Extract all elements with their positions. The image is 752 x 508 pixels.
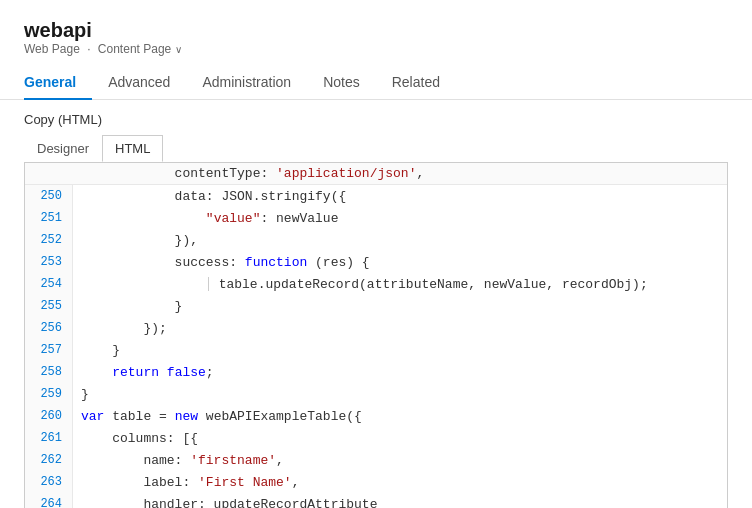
- line-content: success: function (res) {: [73, 251, 370, 273]
- table-row: 250 data: JSON.stringify({: [25, 185, 727, 207]
- line-content: });: [73, 317, 167, 339]
- line-content: }),: [73, 229, 198, 251]
- tab-notes[interactable]: Notes: [307, 66, 376, 100]
- breadcrumb-part1: Web Page: [24, 42, 80, 56]
- breadcrumb: Web Page · Content Page ∨: [24, 42, 728, 56]
- line-number: 264: [25, 493, 73, 508]
- line-content: var table = new webAPIExampleTable({: [73, 405, 362, 427]
- line-number: 261: [25, 427, 73, 449]
- line-number: 257: [25, 339, 73, 361]
- table-row: 251 "value": newValue: [25, 207, 727, 229]
- breadcrumb-part2: Content Page: [98, 42, 171, 56]
- table-row: 257 }: [25, 339, 727, 361]
- tab-related[interactable]: Related: [376, 66, 456, 100]
- table-row: 260 var table = new webAPIExampleTable({: [25, 405, 727, 427]
- table-row: 252 }),: [25, 229, 727, 251]
- navigation-tabs: General Advanced Administration Notes Re…: [24, 66, 728, 99]
- line-content: "value": newValue: [73, 207, 338, 229]
- line-content: handler: updateRecordAttribute: [73, 493, 377, 508]
- section-label: Copy (HTML): [24, 112, 728, 127]
- table-row: 256 });: [25, 317, 727, 339]
- line-number: 250: [25, 185, 73, 207]
- line-content: data: JSON.stringify({: [73, 185, 346, 207]
- breadcrumb-separator: ·: [87, 42, 90, 56]
- line-number: 255: [25, 295, 73, 317]
- page-header: webapi Web Page · Content Page ∨ General…: [0, 0, 752, 100]
- tab-general[interactable]: General: [24, 66, 92, 100]
- line-number: 259: [25, 383, 73, 405]
- line-content: }: [73, 295, 182, 317]
- table-row: 255 }: [25, 295, 727, 317]
- line-number: 254: [25, 273, 73, 295]
- line-number: 263: [25, 471, 73, 493]
- table-row: 264 handler: updateRecordAttribute: [25, 493, 727, 508]
- code-line-truncated: contentType: 'application/json',: [25, 163, 727, 185]
- table-row: 253 success: function (res) {: [25, 251, 727, 273]
- table-row: 259 }: [25, 383, 727, 405]
- tab-advanced[interactable]: Advanced: [92, 66, 186, 100]
- line-content-truncated: contentType: 'application/json',: [73, 166, 424, 181]
- table-row: 254 table.updateRecord(attributeName, ne…: [25, 273, 727, 295]
- line-number: 260: [25, 405, 73, 427]
- breadcrumb-dropdown-icon[interactable]: ∨: [175, 44, 182, 55]
- line-number: 262: [25, 449, 73, 471]
- table-row: 261 columns: [{: [25, 427, 727, 449]
- code-editor[interactable]: contentType: 'application/json', 250 dat…: [24, 163, 728, 508]
- editor-tab-designer[interactable]: Designer: [24, 135, 102, 162]
- editor-tabs: Designer HTML: [24, 135, 728, 163]
- line-content: }: [73, 383, 89, 405]
- content-area: Copy (HTML) Designer HTML contentType: '…: [0, 100, 752, 508]
- line-number: 252: [25, 229, 73, 251]
- editor-tab-html[interactable]: HTML: [102, 135, 163, 162]
- table-row: 263 label: 'First Name',: [25, 471, 727, 493]
- line-content: }: [73, 339, 120, 361]
- line-content: return false;: [73, 361, 214, 383]
- page-title: webapi: [24, 18, 728, 42]
- table-row: 258 return false;: [25, 361, 727, 383]
- line-content: columns: [{: [73, 427, 198, 449]
- line-content: name: 'firstname',: [73, 449, 284, 471]
- line-content: table.updateRecord(attributeName, newVal…: [73, 273, 648, 295]
- line-number: 256: [25, 317, 73, 339]
- line-number: 253: [25, 251, 73, 273]
- line-number: 258: [25, 361, 73, 383]
- line-content: label: 'First Name',: [73, 471, 299, 493]
- line-number: 251: [25, 207, 73, 229]
- tab-administration[interactable]: Administration: [186, 66, 307, 100]
- table-row: 262 name: 'firstname',: [25, 449, 727, 471]
